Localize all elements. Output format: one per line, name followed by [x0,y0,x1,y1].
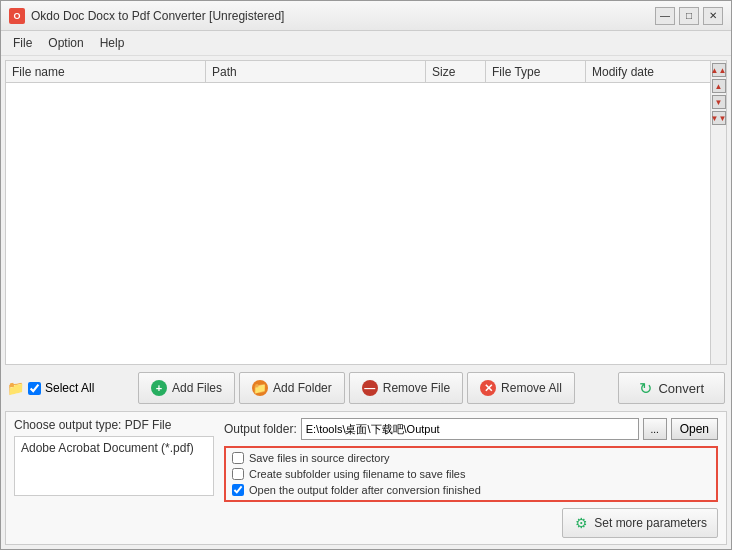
output-type-list[interactable]: Adobe Acrobat Document (*.pdf) [14,436,214,496]
scrollbar-right[interactable]: ▲▲ ▲ ▼ ▼▼ [710,61,726,364]
output-folder-row: Output folder: ... Open [224,418,718,440]
more-params-label: Set more parameters [594,516,707,530]
app-icon: O [9,8,25,24]
window-title: Okdo Doc Docx to Pdf Converter [Unregist… [31,9,284,23]
remove-file-label: Remove File [383,381,450,395]
folder-icon: 📁 [7,380,24,396]
file-table-container: File name Path Size File Type Modify dat… [5,60,727,365]
more-params-button[interactable]: ⚙ Set more parameters [562,508,718,538]
output-type-label: Choose output type: PDF File [14,418,214,432]
col-header-size: Size [426,61,486,82]
col-header-path: Path [206,61,426,82]
select-all-label: Select All [45,381,94,395]
create-subfolder-checkbox[interactable] [232,468,244,480]
gear-icon: ⚙ [573,515,589,531]
col-header-filename: File name [6,61,206,82]
remove-all-button[interactable]: ✕ Remove All [467,372,575,404]
main-content: File name Path Size File Type Modify dat… [1,56,731,549]
save-source-label: Save files in source directory [249,452,390,464]
browse-button[interactable]: ... [643,418,667,440]
add-files-icon: + [151,380,167,396]
create-subfolder-label: Create subfolder using filename to save … [249,468,465,480]
bottom-panel: Choose output type: PDF File Adobe Acrob… [5,411,727,545]
file-table-body [6,83,726,364]
checkbox-row-2: Create subfolder using filename to save … [232,468,710,480]
scroll-top-button[interactable]: ▲▲ [712,63,726,77]
col-header-moddate: Modify date [586,61,726,82]
remove-file-button[interactable]: — Remove File [349,372,463,404]
add-files-label: Add Files [172,381,222,395]
file-table-header: File name Path Size File Type Modify dat… [6,61,726,83]
remove-file-icon: — [362,380,378,396]
scroll-bottom-button[interactable]: ▼▼ [712,111,726,125]
checkbox-row-3: Open the output folder after conversion … [232,484,710,496]
output-type-panel: Choose output type: PDF File Adobe Acrob… [14,418,214,538]
convert-icon: ↻ [639,379,652,398]
save-source-checkbox[interactable] [232,452,244,464]
remove-all-label: Remove All [501,381,562,395]
output-folder-input[interactable] [301,418,639,440]
output-options-panel: Output folder: ... Open Save files in so… [224,418,718,538]
checkboxes-panel: Save files in source directory Create su… [224,446,718,502]
maximize-button[interactable]: □ [679,7,699,25]
title-bar-left: O Okdo Doc Docx to Pdf Converter [Unregi… [9,8,284,24]
more-params-area: ⚙ Set more parameters [224,508,718,538]
open-button[interactable]: Open [671,418,718,440]
add-files-button[interactable]: + Add Files [138,372,235,404]
menu-file[interactable]: File [5,33,40,53]
scroll-down-button[interactable]: ▼ [712,95,726,109]
convert-button[interactable]: ↻ Convert [618,372,725,404]
window-controls: — □ ✕ [655,7,723,25]
checkbox-row-1: Save files in source directory [232,452,710,464]
close-button[interactable]: ✕ [703,7,723,25]
add-folder-button[interactable]: 📁 Add Folder [239,372,345,404]
output-folder-label: Output folder: [224,422,297,436]
title-bar: O Okdo Doc Docx to Pdf Converter [Unregi… [1,1,731,31]
minimize-button[interactable]: — [655,7,675,25]
menu-help[interactable]: Help [92,33,133,53]
add-folder-icon: 📁 [252,380,268,396]
convert-label: Convert [658,381,704,396]
remove-all-icon: ✕ [480,380,496,396]
menu-bar: File Option Help [1,31,731,56]
select-all-checkbox[interactable] [28,382,41,395]
scroll-up-button[interactable]: ▲ [712,79,726,93]
add-folder-label: Add Folder [273,381,332,395]
main-window: O Okdo Doc Docx to Pdf Converter [Unregi… [0,0,732,550]
select-all-area: 📁 Select All [7,380,94,396]
open-output-checkbox[interactable] [232,484,244,496]
col-header-filetype: File Type [486,61,586,82]
toolbar-row: 📁 Select All + Add Files 📁 Add Folder — … [5,369,727,407]
menu-option[interactable]: Option [40,33,91,53]
open-output-label: Open the output folder after conversion … [249,484,481,496]
